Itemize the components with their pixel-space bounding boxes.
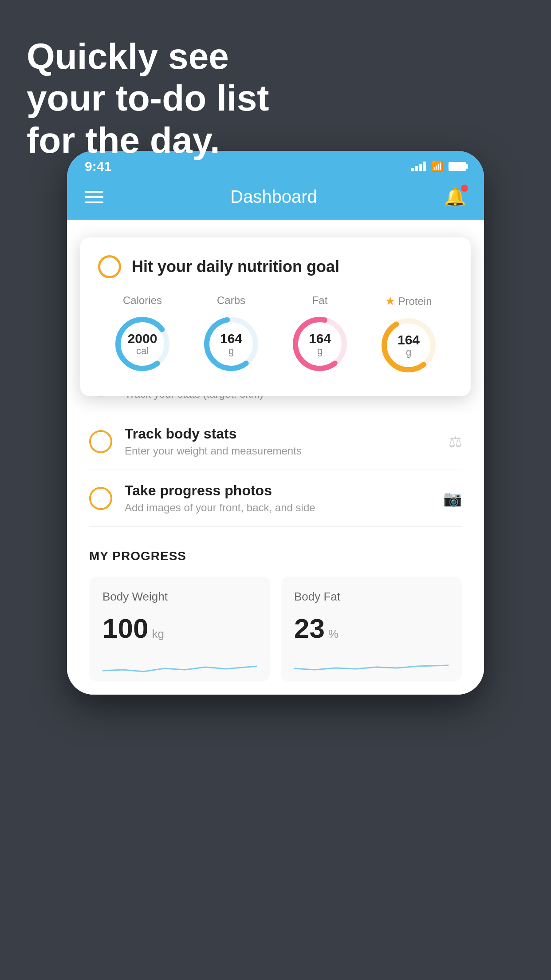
nutrition-card[interactable]: Hit your daily nutrition goal Calories 2… xyxy=(80,237,471,396)
body-stats-check-circle xyxy=(89,430,112,453)
battery-icon xyxy=(449,162,466,171)
body-weight-value-row: 100 kg xyxy=(102,612,257,644)
body-weight-unit: kg xyxy=(152,627,164,641)
protein-label: ★ Protein xyxy=(385,294,432,308)
macro-fat: Fat 164 g xyxy=(289,294,351,375)
scale-icon: ⚖ xyxy=(449,433,462,450)
body-weight-number: 100 xyxy=(102,612,148,644)
nav-bar: Dashboard 🔔 xyxy=(67,178,484,220)
headline-line1: Quickly see xyxy=(27,36,229,76)
carbs-value: 164 xyxy=(220,331,242,346)
body-weight-label: Body Weight xyxy=(102,590,257,604)
fat-label: Fat xyxy=(312,294,328,307)
body-stats-title: Track body stats xyxy=(125,426,436,442)
body-stats-subtitle: Enter your weight and measurements xyxy=(125,445,436,457)
photos-check-circle xyxy=(89,487,112,510)
signal-icon xyxy=(411,162,426,171)
fat-donut: 164 g xyxy=(289,313,351,375)
protein-unit: g xyxy=(398,347,420,358)
progress-section: MY PROGRESS Body Weight 100 kg Body Fat xyxy=(67,527,484,695)
status-icons: 📶 xyxy=(411,161,466,172)
photos-text: Take progress photos Add images of your … xyxy=(125,482,431,514)
carbs-donut: 164 g xyxy=(200,313,262,375)
photos-title: Take progress photos xyxy=(125,482,431,499)
calories-unit: cal xyxy=(128,346,157,356)
body-weight-card[interactable]: Body Weight 100 kg xyxy=(89,577,270,681)
progress-cards-row: Body Weight 100 kg Body Fat 23 % xyxy=(89,577,462,681)
headline-line3: for the day. xyxy=(27,120,220,160)
camera-icon: 📷 xyxy=(443,490,462,507)
protein-star-icon: ★ xyxy=(385,294,395,308)
body-fat-label: Body Fat xyxy=(294,590,449,604)
macros-row: Calories 2000 cal Carbs xyxy=(98,294,453,376)
phone-mockup: 9:41 📶 Dashboard 🔔 THINGS TO DO TODAY Hi… xyxy=(67,151,484,695)
hamburger-menu-button[interactable] xyxy=(85,191,103,203)
nutrition-card-title: Hit your daily nutrition goal xyxy=(132,257,339,276)
nav-title: Dashboard xyxy=(230,187,317,207)
nutrition-card-header: Hit your daily nutrition goal xyxy=(98,255,453,278)
body-stats-text: Track body stats Enter your weight and m… xyxy=(125,426,436,457)
notification-bell-button[interactable]: 🔔 xyxy=(444,186,466,207)
headline-line2: your to-do list xyxy=(27,78,269,118)
fat-value-center: 164 g xyxy=(309,331,331,356)
protein-value: 164 xyxy=(398,332,420,347)
wifi-icon: 📶 xyxy=(431,161,443,172)
body-fat-card[interactable]: Body Fat 23 % xyxy=(281,577,462,681)
todo-item-progress-photos[interactable]: Take progress photos Add images of your … xyxy=(89,470,462,527)
todo-item-body-stats[interactable]: Track body stats Enter your weight and m… xyxy=(89,413,462,470)
protein-donut: 164 g xyxy=(378,314,440,376)
body-fat-unit: % xyxy=(328,627,338,641)
carbs-value-center: 164 g xyxy=(220,331,242,356)
macro-calories: Calories 2000 cal xyxy=(111,294,173,375)
photos-subtitle: Add images of your front, back, and side xyxy=(125,502,431,514)
fat-value: 164 xyxy=(309,331,331,346)
calories-value-center: 2000 cal xyxy=(128,331,157,356)
body-fat-number: 23 xyxy=(294,612,325,644)
nutrition-check-circle xyxy=(98,255,121,278)
body-fat-sparkline xyxy=(294,653,449,680)
body-fat-value-row: 23 % xyxy=(294,612,449,644)
protein-value-center: 164 g xyxy=(398,332,420,358)
headline-text: Quickly see your to-do list for the day. xyxy=(27,36,269,161)
progress-section-title: MY PROGRESS xyxy=(89,549,462,563)
status-time: 9:41 xyxy=(85,159,111,174)
macro-carbs: Carbs 164 g xyxy=(200,294,262,375)
calories-value: 2000 xyxy=(128,331,157,346)
fat-unit: g xyxy=(309,346,331,356)
body-weight-sparkline xyxy=(102,653,257,680)
carbs-unit: g xyxy=(220,346,242,356)
calories-label: Calories xyxy=(123,294,162,307)
calories-donut: 2000 cal xyxy=(111,313,173,375)
main-content: THINGS TO DO TODAY Hit your daily nutrit… xyxy=(67,220,484,695)
carbs-label: Carbs xyxy=(217,294,245,307)
macro-protein: ★ Protein 164 g xyxy=(378,294,440,376)
notification-dot xyxy=(461,185,468,192)
